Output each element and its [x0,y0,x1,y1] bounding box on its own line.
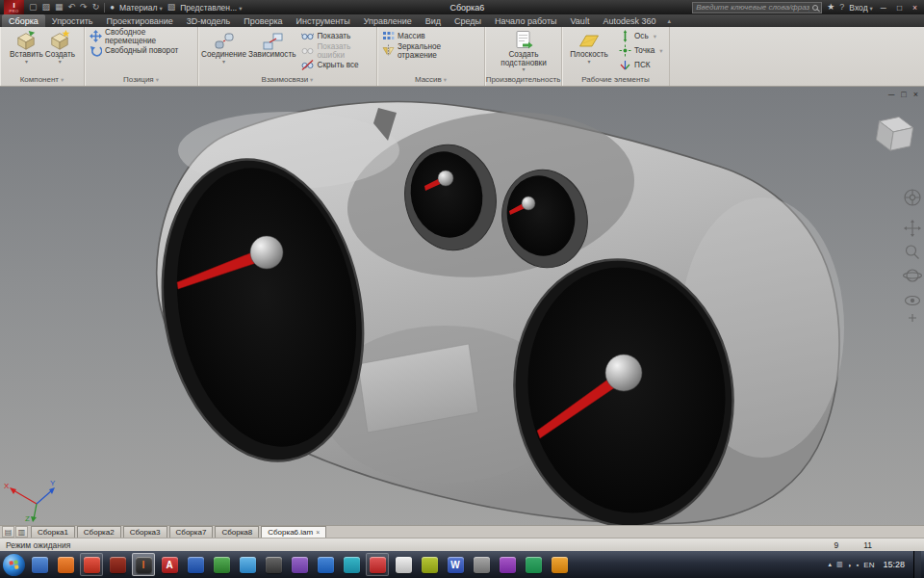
dropdown-icon: ▾ [587,60,590,65]
taskbar-app-icon[interactable] [314,553,337,576]
free-rotate-button[interactable]: Свободный поворот [88,43,195,58]
doc-close-button[interactable]: × [913,90,918,99]
taskbar-clock[interactable]: 15:28 [883,560,905,569]
tray-hidden-icons-button[interactable]: ▴ [828,561,832,568]
show-label: Показать [317,32,350,40]
app-minimize-button[interactable]: ─ [878,3,889,13]
search-input[interactable] [696,3,809,12]
taskbar-app-icon[interactable] [28,553,51,576]
tab-get-started[interactable]: Начало работы [488,14,563,27]
taskbar-app-icon[interactable] [262,553,285,576]
redo-icon[interactable]: ↷ [80,0,88,14]
insert-component-button[interactable]: Вставить ▾ [10,29,43,65]
doc-tab-sborka8[interactable]: Сборка8 [215,526,259,538]
tab-vault[interactable]: Vault [564,14,597,27]
taskbar-app-icon[interactable] [366,553,389,576]
tab-3d-model[interactable]: 3D-модель [180,14,237,27]
taskbar-app-icon[interactable] [496,553,519,576]
taskbar-app-icon[interactable] [184,553,207,576]
taskbar-app-icon[interactable] [288,553,311,576]
new-icon[interactable]: ▢ [29,0,38,14]
constrain-button[interactable]: Зависимость [248,29,295,60]
viewport-3d[interactable]: ─ □ × X Y [0,87,924,525]
signin-button[interactable]: Вход [849,3,873,13]
constrain-icon [262,30,283,51]
viewcube[interactable] [864,104,921,161]
tab-close-icon[interactable]: × [316,529,320,536]
taskbar-app-icon[interactable] [210,553,233,576]
start-button[interactable] [3,554,25,576]
update-icon[interactable]: ↻ [92,0,100,14]
document-window-controls: ─ □ × [888,90,918,99]
tab-design[interactable]: Проектирование [99,14,179,27]
insert-component-icon [15,30,37,51]
tab-autodesk360[interactable]: Autodesk 360 [596,14,662,27]
group-label-work-features[interactable]: Рабочие элементы [562,73,669,86]
tray-action-center-icon[interactable]: ▪ [857,562,859,568]
taskbar-app-icon[interactable] [106,553,129,576]
show-desktop-button[interactable] [913,551,921,578]
taskbar-app-icon[interactable] [470,553,493,576]
taskbar-app-icon[interactable] [392,553,415,576]
group-label-position[interactable]: Позиция [85,73,197,86]
help-icon[interactable]: ? [839,0,844,14]
doc-restore-button[interactable]: □ [901,90,906,99]
taskbar-app-icon[interactable] [340,553,363,576]
doc-tab-sborka2[interactable]: Сборка2 [77,526,121,538]
search-icon[interactable] [812,5,818,11]
work-point-button[interactable]: Точка [617,43,665,58]
taskbar-app-icon[interactable] [54,553,77,576]
tile-windows-icon[interactable]: ▥ [15,526,28,538]
work-ucs-button[interactable]: ПСК [617,58,665,72]
save-icon[interactable]: ▦ [55,0,64,14]
create-component-button[interactable]: Создать ▾ [45,29,75,65]
tab-assemble[interactable]: Сборка [2,14,45,27]
doc-tab-sborka1[interactable]: Сборка1 [31,526,75,538]
taskbar-app-icon[interactable] [548,553,571,576]
tab-environments[interactable]: Среды [448,14,488,27]
taskbar-app-icon[interactable] [236,553,259,576]
tab-manage[interactable]: Управление [357,14,419,27]
undo-icon[interactable]: ↶ [68,0,76,14]
group-label-relationships[interactable]: Взаимосвязи [198,73,376,86]
browser-panel-toggle-icon[interactable]: ▤ [2,526,14,538]
doc-tab-sborka6-active[interactable]: Сборка6.iam × [261,526,326,538]
taskbar-app-icon[interactable]: W [444,553,467,576]
favorites-star-icon[interactable]: ★ [827,0,834,14]
free-move-button[interactable]: Свободное перемещение [88,29,195,43]
work-plane-icon [578,30,600,51]
app-logo[interactable]: I PRO [4,0,24,14]
taskbar-inventor-icon[interactable]: I [132,553,155,576]
appearance-dropdown[interactable]: Представлен... [180,3,242,13]
doc-minimize-button[interactable]: ─ [888,90,894,99]
app-close-button[interactable]: × [910,3,920,13]
hide-all-button[interactable]: Скрыть все [299,58,374,72]
doc-tab-sborka7[interactable]: Сборка7 [169,526,214,538]
doc-tab-sborka3[interactable]: Сборка3 [123,526,167,538]
tab-view[interactable]: Вид [419,14,448,27]
tab-inspect[interactable]: Проверка [237,14,289,27]
work-plane-button[interactable]: Плоскость ▾ [565,29,613,65]
group-label-productivity[interactable]: Производительность [485,73,561,86]
work-axis-button[interactable]: Ось [617,29,665,43]
joint-button[interactable]: Соединение ▾ [201,29,246,65]
language-indicator[interactable]: EN [863,561,874,569]
instrument-cluster-model[interactable] [0,87,924,525]
create-substitutes-button[interactable]: Создать подстановки ▾ [492,29,555,72]
app-maximize-button[interactable]: □ [894,3,905,13]
taskbar-app-icon[interactable]: A [158,553,181,576]
group-label-pattern[interactable]: Массив [377,73,484,86]
tray-volume-icon[interactable]: ◗ [848,562,852,568]
taskbar-app-icon[interactable] [522,553,545,576]
tray-network-icon[interactable]: ▥ [836,561,843,568]
ribbon-collapse-icon[interactable]: ▴ [662,14,676,27]
navigation-bar[interactable] [902,185,923,334]
group-label-component[interactable]: Компонент [0,73,84,86]
taskbar-app-icon[interactable] [80,553,103,576]
taskbar-app-icon[interactable] [418,553,441,576]
mirror-button[interactable]: Зеркальное отражение [380,43,482,58]
tab-simplify[interactable]: Упростить [45,14,100,27]
tab-tools[interactable]: Инструменты [290,14,357,27]
open-icon[interactable]: ▨ [42,0,51,14]
material-dropdown[interactable]: Материал [119,3,163,13]
